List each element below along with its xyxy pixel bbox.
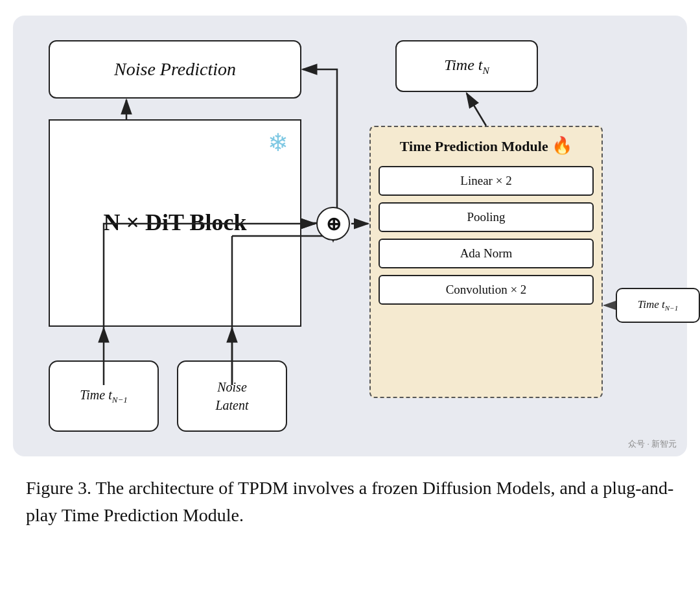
tpm-layer-conv: Convolution × 2 [379, 275, 594, 305]
tpm-title: Time Prediction Module 🔥 [379, 135, 594, 157]
tpm-layer-adanorm: Ada Norm [379, 239, 594, 268]
tpm-layer-pooling: Pooling [379, 202, 594, 232]
input-time-label: Time tN−1 [80, 386, 127, 406]
input-noise-label: NoiseLatent [215, 378, 248, 414]
input-box-time: Time tN−1 [49, 360, 159, 432]
time-tn-label: Time tN [444, 56, 489, 76]
flame-icon: 🔥 [552, 136, 572, 155]
snowflake-icon: ❄ [268, 128, 288, 157]
input-box-noise: NoiseLatent [177, 360, 287, 432]
time-tn1-right-box: Time tN−1 [616, 288, 700, 323]
dit-block: ❄ N × DiT Block [49, 119, 301, 327]
noise-prediction-label: Noise Prediction [114, 59, 236, 80]
circle-plus-symbol: ⊕ [316, 207, 350, 241]
watermark: 众号 · 新智元 [628, 438, 677, 450]
figure-caption: Figure 3. The architecture of TPDM invol… [26, 475, 674, 529]
diagram-area: Noise Prediction Time tN ❄ N × DiT Block… [13, 16, 687, 456]
tpm-layer-linear: Linear × 2 [379, 166, 594, 196]
time-tn-box: Time tN [395, 40, 538, 92]
bottom-inputs: Time tN−1 NoiseLatent [49, 360, 287, 432]
noise-prediction-box: Noise Prediction [49, 40, 301, 99]
tpm-outer-box: Time Prediction Module 🔥 Linear × 2 Pool… [369, 126, 603, 398]
time-tn1-right-label: Time tN−1 [638, 298, 678, 312]
dit-block-label: N × DiT Block [104, 209, 247, 237]
svg-line-4 [467, 93, 486, 126]
